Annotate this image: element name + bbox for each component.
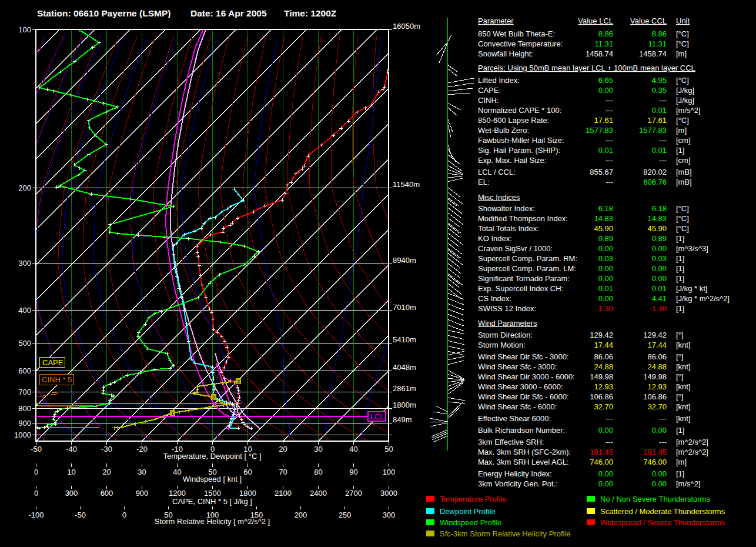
svg-text:---: --- (659, 156, 667, 165)
svg-text:CINH * 5: CINH * 5 (42, 375, 72, 384)
svg-text:Wet-Bulb Zero:: Wet-Bulb Zero: (478, 126, 529, 135)
svg-text:Value CCL: Value CCL (630, 16, 667, 25)
svg-text:Total Totals Index:: Total Totals Index: (478, 224, 539, 233)
svg-text:0: 0 (34, 468, 38, 476)
svg-text:Sig. Hail Param. (SHIP):: Sig. Hail Param. (SHIP): (478, 146, 560, 155)
svg-text:1800: 1800 (239, 489, 256, 498)
svg-text:1000: 1000 (14, 431, 31, 439)
svg-text:2861m: 2861m (393, 384, 416, 393)
svg-text:6.18: 6.18 (652, 204, 667, 213)
svg-text:[J/kg]: [J/kg] (676, 96, 694, 105)
svg-text:14.83: 14.83 (594, 214, 613, 223)
svg-text:800: 800 (18, 404, 31, 413)
svg-text:[knt]: [knt] (676, 402, 691, 411)
svg-text:0.00: 0.00 (652, 479, 667, 488)
svg-text:900: 900 (18, 419, 31, 428)
svg-text:0.01: 0.01 (598, 284, 613, 293)
svg-text:0.00: 0.00 (598, 264, 613, 273)
svg-text:11.31: 11.31 (594, 39, 613, 48)
svg-text:8.86: 8.86 (652, 29, 667, 38)
svg-text:600: 600 (101, 489, 113, 498)
svg-text:Unit: Unit (676, 16, 690, 25)
svg-text:3km Effective SRH:: 3km Effective SRH: (478, 438, 544, 446)
svg-text:300: 300 (383, 511, 396, 519)
svg-text:---: --- (606, 136, 613, 145)
svg-text:0.03: 0.03 (598, 254, 613, 263)
svg-text:0.01: 0.01 (652, 284, 667, 293)
svg-text:0.00: 0.00 (598, 274, 613, 283)
svg-text:[m]: [m] (676, 458, 687, 466)
svg-text:[knt]: [knt] (676, 414, 691, 423)
svg-text:746.00: 746.00 (643, 458, 667, 466)
svg-text:0: 0 (122, 511, 126, 519)
svg-text:0.00: 0.00 (598, 479, 613, 488)
svg-text:129.42: 129.42 (643, 331, 667, 339)
svg-text:[mB]: [mB] (676, 168, 692, 176)
svg-text:11540m: 11540m (393, 180, 420, 189)
svg-text:CINH:: CINH: (478, 96, 499, 105)
svg-text:[°C]: [°C] (676, 76, 689, 85)
svg-text:[knt]: [knt] (676, 382, 691, 391)
svg-text:300: 300 (18, 259, 31, 268)
svg-text:---: --- (606, 438, 613, 446)
svg-text:Convective Temperature:: Convective Temperature: (478, 39, 563, 48)
svg-text:Normalized CAPE * 100:: Normalized CAPE * 100: (478, 106, 561, 115)
svg-text:106.86: 106.86 (590, 392, 613, 401)
svg-text:8940m: 8940m (393, 256, 416, 265)
svg-text:0.00: 0.00 (598, 469, 613, 478)
svg-text:2: 2 (212, 395, 215, 401)
svg-text:Max. 3km SRH Level AGL:: Max. 3km SRH Level AGL: (478, 458, 569, 466)
svg-text:0.89: 0.89 (598, 234, 613, 243)
svg-text:Storm Direction:: Storm Direction: (478, 331, 533, 339)
svg-text:850 Wet Bulb Theta-E:: 850 Wet Bulb Theta-E: (478, 29, 555, 38)
svg-text:24.88: 24.88 (594, 362, 613, 371)
svg-text:2400: 2400 (310, 489, 327, 498)
svg-text:0.00: 0.00 (598, 244, 613, 253)
svg-text:129.42: 129.42 (590, 331, 613, 339)
svg-text:[°C]: [°C] (676, 224, 689, 233)
svg-text:0.00: 0.00 (598, 86, 613, 95)
svg-text:Dewpoint Profile: Dewpoint Profile (440, 507, 496, 516)
svg-text:6.18: 6.18 (598, 204, 613, 213)
svg-text:Misc Indices: Misc Indices (478, 193, 520, 202)
svg-text:0.03: 0.03 (652, 254, 667, 263)
svg-text:4.95: 4.95 (652, 76, 667, 85)
svg-text:100: 100 (383, 468, 396, 476)
svg-text:[°C]: [°C] (676, 204, 689, 213)
svg-text:250: 250 (339, 511, 352, 519)
svg-text:8.86: 8.86 (598, 29, 613, 38)
svg-text:0.01: 0.01 (598, 146, 613, 155)
svg-text:0.00: 0.00 (652, 274, 667, 283)
svg-text:Supercell Comp. Param. RM:: Supercell Comp. Param. RM: (478, 254, 577, 263)
svg-text:0.00: 0.00 (652, 469, 667, 478)
svg-text:-20: -20 (136, 445, 148, 453)
svg-text:[m^3/s^3]: [m^3/s^3] (676, 244, 708, 253)
svg-text:3000: 3000 (380, 489, 397, 498)
svg-text:[knt]: [knt] (676, 362, 691, 371)
svg-text:86.06: 86.06 (594, 352, 613, 361)
svg-text:0.00: 0.00 (652, 426, 667, 435)
svg-text:---: --- (659, 438, 667, 446)
svg-text:500: 500 (18, 339, 31, 348)
svg-text:106.86: 106.86 (643, 392, 667, 401)
svg-text:4.41: 4.41 (652, 294, 667, 303)
svg-text:[J/kg]: [J/kg] (676, 86, 694, 95)
svg-text:[1]: [1] (676, 426, 684, 435)
svg-text:30: 30 (314, 445, 322, 453)
svg-text:17.44: 17.44 (647, 341, 667, 349)
svg-text:[°]: [°] (676, 331, 683, 339)
svg-text:Sfc-3km Storm Relative Helicit: Sfc-3km Storm Relative Helicity Profile (440, 529, 571, 538)
svg-text:-100: -100 (28, 511, 44, 519)
svg-text:[J/kg * m^2/s^2]: [J/kg * m^2/s^2] (676, 294, 730, 303)
svg-text:0.89: 0.89 (652, 234, 667, 243)
svg-text:[1]: [1] (676, 264, 684, 273)
svg-text:Parcels: Using 50mB mean layer: Parcels: Using 50mB mean layer LCL + 100… (478, 64, 695, 72)
svg-text:Significant Tornado Param:: Significant Tornado Param: (478, 274, 570, 283)
svg-text:Exp. Supercell Index CH:: Exp. Supercell Index CH: (478, 284, 563, 293)
svg-text:5410m: 5410m (393, 335, 416, 344)
svg-text:60: 60 (243, 468, 252, 476)
svg-text:Scattered / Moderate Thunderst: Scattered / Moderate Thunderstorms (600, 507, 725, 516)
svg-text:17.61: 17.61 (647, 116, 667, 125)
svg-text:300: 300 (65, 489, 78, 498)
svg-text:0.00: 0.00 (652, 244, 667, 253)
